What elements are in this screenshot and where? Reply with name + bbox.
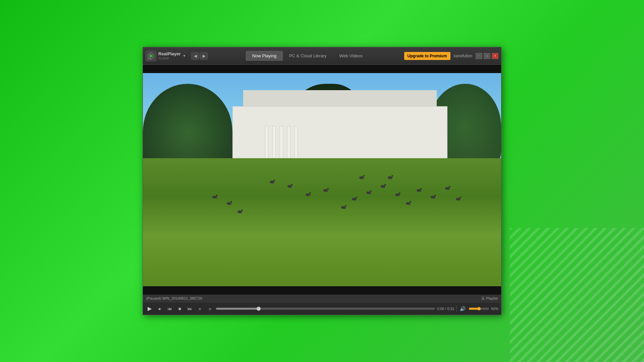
tab-now-playing[interactable]: Now Playing — [246, 51, 283, 61]
goose-14 — [429, 195, 437, 199]
minimize-button[interactable]: − — [476, 53, 482, 59]
time-display: 0:06 / 0:31 — [437, 307, 454, 311]
progress-filled — [216, 308, 259, 310]
volume-button[interactable]: 🔊 — [459, 305, 467, 313]
status-bar: (Paused) WIN_20140811_085720 ☰ Playlist — [143, 295, 501, 302]
tab-pc-cloud-library[interactable]: PC & Cloud Library — [283, 51, 333, 61]
username-label: kanefulton — [454, 54, 472, 58]
playlist-label: Playlist — [486, 296, 498, 300]
realplayer-logo-text: RealPlayer CLOUD — [158, 51, 181, 60]
realplayer-logo-icon: REAL — [146, 51, 156, 61]
svg-text:REAL: REAL — [148, 58, 152, 60]
fast-forward-button[interactable]: » — [206, 305, 214, 313]
goose-2 — [225, 201, 233, 206]
title-bar: REAL RealPlayer CLOUD ▼ ◀ ▶ Now Playing … — [143, 47, 501, 65]
video-scene — [143, 73, 501, 286]
prev-track-button[interactable]: ⏮ — [166, 305, 174, 313]
close-button[interactable]: ✕ — [492, 53, 498, 59]
goose-6 — [322, 188, 329, 193]
goose-18 — [358, 175, 365, 180]
stop-button[interactable]: ■ — [176, 305, 184, 313]
logo-dropdown-arrow[interactable]: ▼ — [183, 54, 186, 58]
player-window: REAL RealPlayer CLOUD ▼ ◀ ▶ Now Playing … — [143, 47, 501, 315]
goose-17 — [268, 180, 276, 184]
video-area[interactable] — [143, 73, 501, 286]
goose-8 — [351, 197, 358, 201]
divider-1 — [457, 306, 457, 312]
goose-19 — [386, 175, 394, 180]
goose-5 — [304, 192, 312, 197]
goose-7 — [340, 205, 347, 210]
volume-bar[interactable] — [469, 308, 489, 310]
progress-bar[interactable] — [216, 308, 435, 310]
controls-bar: ▶ ● ⏮ ■ ⏭ « » 0:06 / 0:31 🔊 50% — [143, 302, 501, 315]
nav-arrows: ◀ ▶ — [191, 52, 208, 60]
stop-dot-button[interactable]: ● — [156, 305, 164, 313]
volume-thumb — [477, 307, 481, 310]
tabs: Now Playing PC & Cloud Library Web Video… — [211, 51, 404, 61]
goose-1 — [211, 195, 218, 199]
maximize-button[interactable]: □ — [484, 53, 490, 59]
goose-12 — [405, 201, 412, 206]
play-button[interactable]: ▶ — [146, 305, 154, 313]
goose-4 — [286, 184, 293, 189]
upgrade-to-premium-button[interactable]: Upgrade to Premium — [404, 52, 450, 60]
next-track-button[interactable]: ⏭ — [186, 305, 194, 313]
goose-13 — [415, 188, 423, 193]
goose-9 — [365, 190, 372, 195]
forward-button[interactable]: ▶ — [200, 52, 208, 60]
playlist-icon: ☰ — [481, 296, 485, 301]
volume-percentage: 50% — [491, 307, 498, 311]
logo-area: REAL RealPlayer CLOUD ▼ — [146, 51, 186, 61]
goose-10 — [379, 184, 387, 189]
black-bar-bottom — [143, 286, 501, 295]
grass-bg — [143, 158, 501, 286]
back-button[interactable]: ◀ — [191, 52, 199, 60]
goose-15 — [444, 186, 451, 191]
goose-3 — [236, 209, 244, 214]
window-controls: − □ ✕ — [476, 53, 498, 59]
status-text: (Paused) WIN_20140811_085720 — [146, 296, 481, 300]
progress-thumb — [257, 307, 261, 311]
rewind-button[interactable]: « — [196, 305, 204, 313]
goose-16 — [454, 197, 462, 201]
tab-web-videos[interactable]: Web Videos — [333, 51, 369, 61]
right-controls: Upgrade to Premium kanefulton − □ ✕ — [404, 52, 498, 60]
black-bar-top — [143, 65, 501, 73]
playlist-button[interactable]: ☰ Playlist — [481, 296, 498, 301]
goose-11 — [394, 192, 401, 197]
